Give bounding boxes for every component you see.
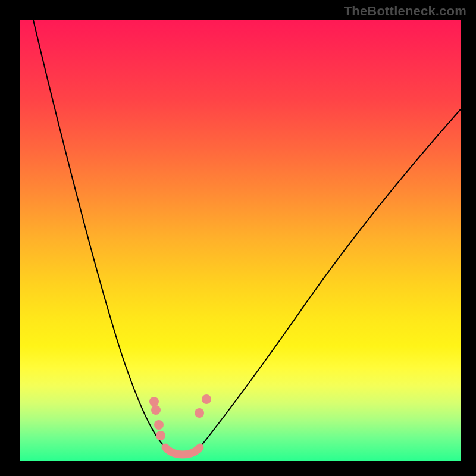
chart-frame: TheBottleneck.com — [0, 0, 476, 476]
watermark-text: TheBottleneck.com — [344, 4, 466, 19]
curve-layer — [20, 20, 461, 461]
left-curve — [33, 20, 165, 447]
dot — [154, 420, 164, 430]
dot — [156, 431, 165, 440]
dot — [202, 394, 211, 404]
bottom-arc — [165, 447, 200, 455]
dot — [151, 405, 161, 415]
dot — [195, 408, 204, 418]
right-curve — [200, 109, 461, 447]
dot — [149, 397, 159, 406]
plot-area — [20, 20, 461, 461]
